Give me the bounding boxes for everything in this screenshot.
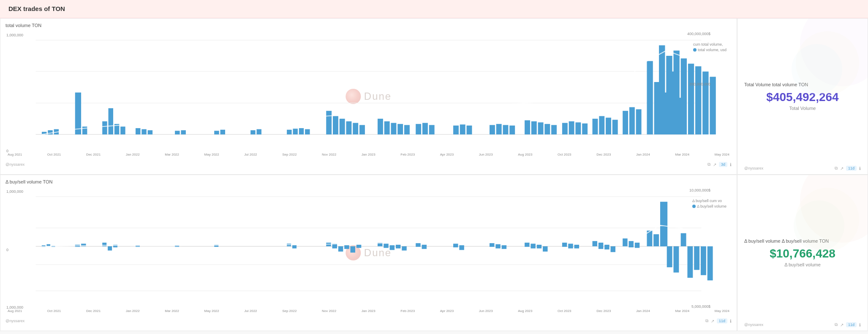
svg-rect-120 (593, 241, 597, 246)
stat-label-total: Total Volume (789, 106, 816, 111)
svg-rect-76 (710, 77, 716, 134)
svg-rect-11 (109, 108, 113, 134)
svg-rect-132 (660, 202, 667, 246)
svg-rect-34 (384, 121, 390, 134)
svg-rect-18 (181, 130, 185, 134)
svg-rect-71 (673, 51, 679, 134)
svg-rect-111 (495, 244, 500, 249)
y-axis-bottom-left: 0 (6, 149, 8, 153)
svg-rect-125 (629, 241, 633, 247)
svg-rect-106 (416, 243, 420, 247)
svg-rect-41 (453, 126, 459, 134)
svg-rect-112 (502, 245, 506, 249)
svg-rect-128 (653, 234, 659, 246)
chart-footer-bottom-left: @nyssarex ⧉ ↗ 11d ℹ (5, 318, 732, 323)
copy-icon-br[interactable]: ⧉ (835, 322, 838, 327)
svg-rect-28 (333, 116, 338, 134)
y-axis-top-left-b: 1,000,000 (6, 189, 23, 194)
bar-chart-svg-top (5, 30, 732, 150)
stat-footer-bottom-right: @nyssarex ⧉ ↗ 11d ℹ (744, 322, 861, 327)
svg-rect-33 (378, 119, 383, 134)
svg-rect-104 (396, 245, 400, 249)
legend-dot-total (693, 48, 697, 52)
svg-rect-26 (305, 129, 310, 134)
info-icon-br[interactable]: ℹ (859, 323, 861, 327)
svg-rect-6 (48, 130, 52, 134)
svg-rect-24 (293, 129, 297, 134)
svg-rect-137 (707, 246, 713, 281)
chart-total-volume: total volume TON Dune 1,000,000 0 400,00… (0, 18, 737, 175)
x-axis-bottom: Aug 2021 Oct 2021 Dec 2021 Jan 2022 Mar … (5, 309, 732, 313)
svg-rect-118 (568, 244, 573, 248)
page-title: DEX trades of TON (8, 5, 65, 12)
svg-rect-74 (695, 66, 701, 134)
info-icon-bl[interactable]: ℹ (730, 319, 732, 323)
chart-delta-volume-area: 1,000,000 0 1,000,000 10,000,000$ 5,000,… (5, 186, 732, 317)
svg-rect-63 (636, 109, 642, 134)
chart-author-top-left: @nyssarex (5, 162, 24, 167)
legend-delta-cum: Δ buy/sell cum vo (692, 199, 727, 203)
svg-rect-43 (467, 126, 472, 134)
stat-author-top-right: @nyssarex (744, 166, 763, 170)
svg-rect-42 (460, 124, 465, 134)
stat-panel-total-volume: Total Volume total volume TON $405,492,2… (737, 18, 868, 175)
copy-icon-bl[interactable]: ⧉ (705, 318, 708, 323)
x-axis-top: Aug 2021 Oct 2021 Dec 2021 Jan 2022 Mar … (5, 153, 732, 156)
copy-icon-tr[interactable]: ⧉ (835, 166, 838, 171)
svg-rect-73 (688, 64, 694, 134)
svg-rect-57 (593, 119, 598, 134)
svg-rect-13 (120, 126, 125, 134)
svg-rect-36 (397, 124, 403, 134)
copy-icon[interactable]: ⧉ (707, 162, 710, 167)
age-badge-bottom-left: 11d (717, 318, 727, 323)
svg-rect-16 (148, 130, 152, 134)
svg-rect-133 (681, 233, 686, 246)
svg-rect-56 (582, 123, 588, 134)
svg-rect-29 (340, 119, 345, 134)
svg-rect-61 (623, 111, 628, 134)
svg-rect-99 (351, 246, 355, 253)
chart-legend-bottom: Δ buy/sell cum vo Δ buy/sell volume (692, 199, 727, 208)
chart-legend: cum total volume, total volume, usd (693, 42, 727, 52)
chart-total-volume-title: total volume TON (5, 23, 732, 28)
svg-rect-134 (687, 246, 693, 278)
svg-rect-103 (390, 245, 395, 250)
legend-total-volume: total volume, usd (693, 48, 727, 52)
svg-rect-131 (673, 246, 679, 273)
svg-rect-114 (531, 244, 535, 248)
stat-label-delta: Δ buy/sell volume (784, 262, 821, 267)
y-axis-bottom-left-b: 1,000,000 (6, 305, 23, 309)
svg-rect-14 (136, 128, 140, 134)
share-icon-tr[interactable]: ↗ (840, 166, 844, 171)
bar-chart-svg-bottom (5, 186, 732, 307)
svg-rect-52 (551, 125, 557, 134)
svg-rect-110 (490, 243, 494, 247)
svg-rect-45 (496, 124, 502, 134)
svg-rect-44 (490, 125, 495, 134)
svg-rect-100 (356, 245, 361, 248)
svg-rect-64 (647, 61, 653, 134)
page-header: DEX trades of TON (0, 0, 868, 18)
svg-rect-25 (299, 128, 304, 134)
svg-rect-49 (531, 121, 537, 134)
svg-rect-116 (543, 246, 547, 252)
footer-icons-bottom-left: ⧉ ↗ 11d ℹ (705, 318, 732, 323)
age-badge-top-right: 11d (846, 166, 857, 171)
svg-rect-126 (635, 243, 639, 248)
share-icon-bl[interactable]: ↗ (711, 319, 714, 323)
info-icon[interactable]: ℹ (730, 162, 732, 167)
svg-rect-94 (292, 245, 297, 248)
legend-cum-volume: cum total volume, (693, 42, 727, 47)
share-icon[interactable]: ↗ (713, 162, 716, 167)
stat-author-bottom-right: @nyssarex (744, 323, 763, 327)
stat-footer-icons-bottom-right: ⧉ ↗ 11d ℹ (835, 322, 861, 327)
svg-rect-10 (102, 121, 107, 134)
svg-rect-39 (422, 123, 428, 134)
svg-rect-109 (459, 245, 464, 250)
share-icon-br[interactable]: ↗ (840, 323, 844, 327)
y-axis-bottom-right-b: 5,000,000$ (691, 304, 710, 309)
info-icon-tr[interactable]: ℹ (859, 166, 861, 171)
svg-rect-17 (175, 131, 180, 134)
footer-icons-top-left: ⧉ ↗ 3d ℹ (707, 162, 732, 167)
svg-rect-119 (574, 245, 579, 249)
